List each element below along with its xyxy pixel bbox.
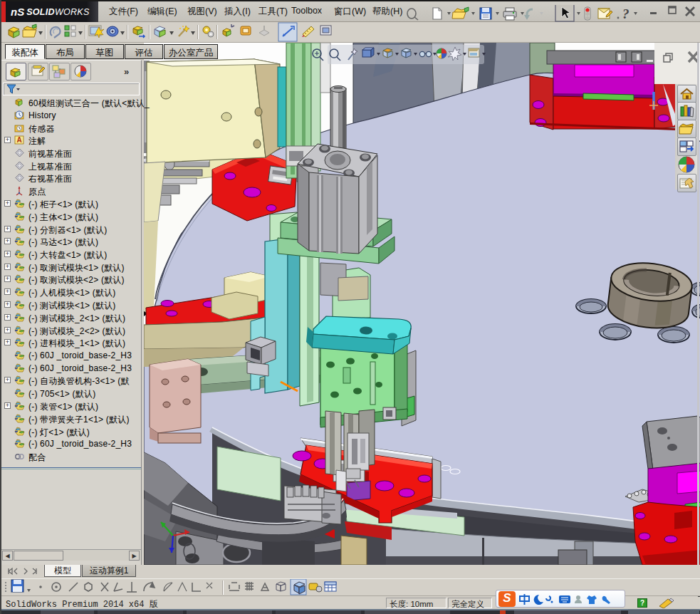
svg-text:A: A (16, 136, 21, 144)
svg-text:?: ? (622, 6, 630, 21)
